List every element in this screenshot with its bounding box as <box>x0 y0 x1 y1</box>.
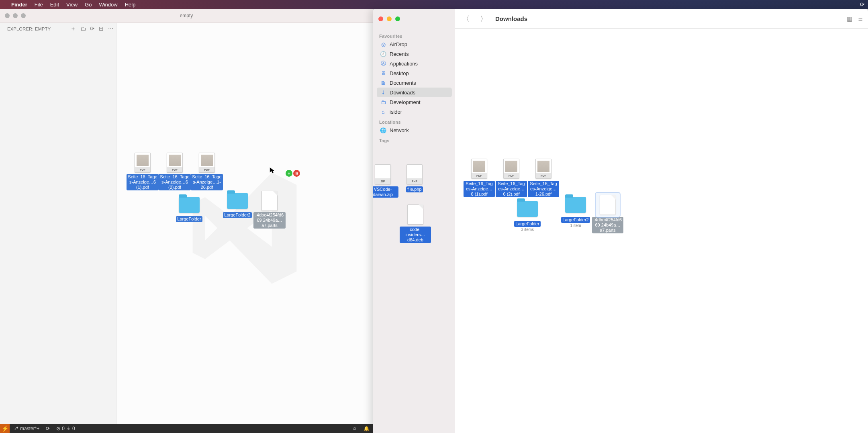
sidebar-item-label: Recents <box>390 51 409 57</box>
mac-menubar[interactable]: Finder File Edit View Go Window Help ⟳ <box>0 0 868 9</box>
file-label: Seite_16_Tages-Anzeige…6 (2).pdf <box>496 181 527 197</box>
sidebar-item-downloads[interactable]: ⭳Downloads <box>377 88 452 97</box>
more-icon[interactable]: ⋯ <box>108 25 114 33</box>
mac-app-name[interactable]: Finder <box>11 2 27 8</box>
finder-title: Downloads <box>495 15 527 22</box>
sync-icon: ⟳ <box>46 426 50 431</box>
vscode-statusbar[interactable]: ⚡ ⎇ master*+ ⟳ ⊘0 ⚠0 ☺ 🔔 <box>0 424 373 433</box>
pdf-icon: PDF <box>468 157 490 180</box>
minimize-icon[interactable] <box>387 16 392 21</box>
collapse-icon[interactable]: ⊟ <box>99 25 104 33</box>
desktop-icon: 🖥 <box>380 70 386 76</box>
file-item[interactable]: ZIP VSCode-darwin.zip <box>373 163 399 198</box>
sidebar-item-label: Downloads <box>390 90 415 96</box>
sidebar-section-locations: Locations <box>377 116 452 125</box>
folder-icon: 🗀 <box>380 99 386 105</box>
branch-icon: ⎇ <box>13 426 18 431</box>
git-branch[interactable]: ⎇ master*+ <box>10 426 43 431</box>
error-count: 0 <box>62 426 65 431</box>
folder-item[interactable]: LargeFolder2 1 item <box>560 194 592 228</box>
finder-sidebar[interactable]: Favourites ◎AirDrop 🕘Recents ⒶApplicatio… <box>373 29 455 433</box>
file-label: LargeFolder2 <box>561 217 590 223</box>
menu-view[interactable]: View <box>66 2 78 8</box>
blank-file-icon <box>404 203 427 226</box>
problems-status[interactable]: ⊘0 ⚠0 <box>53 426 78 431</box>
network-icon: 🌐 <box>380 127 386 133</box>
vscode-editor-area[interactable]: PDF Seite_16_Tages-Anzeige…6 (1).pdf PDF… <box>116 23 373 433</box>
sidebar-item-label: Applications <box>390 61 418 67</box>
file-subtitle: 1 item <box>570 223 581 228</box>
menu-go[interactable]: Go <box>85 2 92 8</box>
sidebar-item-desktop[interactable]: 🖥Desktop <box>377 68 452 78</box>
home-icon: ⌂ <box>380 108 386 115</box>
file-label: file.php <box>406 186 423 192</box>
sidebar-item-label: AirDrop <box>390 41 407 47</box>
file-label: Seite_16_Tages-Anzeige…6 (1).pdf <box>464 181 495 197</box>
zip-icon: ZIP <box>373 163 394 186</box>
explorer-actions: ＋ 🗀 ⟳ ⊟ ⋯ <box>70 25 114 33</box>
new-folder-icon[interactable]: 🗀 <box>80 25 86 33</box>
sidebar-item-label: Documents <box>390 80 416 86</box>
vscode-titlebar[interactable]: empty <box>0 9 373 23</box>
icon-view-icon[interactable]: ▦ <box>847 15 852 22</box>
menu-window[interactable]: Window <box>99 2 117 8</box>
explorer-title: EXPLORER: EMPTY <box>7 27 51 31</box>
new-file-icon[interactable]: ＋ <box>70 25 76 33</box>
recents-icon: 🕘 <box>380 51 386 57</box>
menubar-right[interactable]: ⟳ <box>860 0 865 9</box>
sidebar-item-airdrop[interactable]: ◎AirDrop <box>377 39 452 49</box>
pdf-icon: PDF <box>500 157 523 180</box>
file-item[interactable]: PDF Seite_16_Tages-Anzeige…1-26.pdf <box>527 157 560 197</box>
menu-help[interactable]: Help <box>125 2 136 8</box>
file-label: LargeFolder <box>514 221 540 227</box>
pdf-icon: PDF <box>532 157 555 180</box>
warning-icon: ⚠ <box>66 426 71 431</box>
git-sync[interactable]: ⟳ <box>43 426 53 431</box>
remote-indicator-icon[interactable]: ⚡ <box>0 424 10 433</box>
vscode-explorer-panel[interactable]: EXPLORER: EMPTY ＋ 🗀 ⟳ ⊟ ⋯ <box>0 23 116 433</box>
vscode-title: empty <box>0 13 373 18</box>
menu-file[interactable]: File <box>35 2 43 8</box>
folder-icon <box>516 198 539 220</box>
file-item[interactable]: code-insiders…d64.deb <box>399 203 431 243</box>
menu-edit[interactable]: Edit <box>50 2 59 8</box>
finder-content-area[interactable]: PDF Seite_16_Tages-Anzeige…6 (1).pdf PDF… <box>455 29 868 433</box>
file-item[interactable]: .4dbe4f254fd669 24b49a…a7.parts <box>592 194 624 233</box>
sidebar-section-favourites: Favourites <box>377 31 452 39</box>
sidebar-item-network[interactable]: 🌐Network <box>377 125 452 135</box>
view-switcher[interactable]: ▦ ≣ <box>847 15 863 22</box>
file-item[interactable]: PDF Seite_16_Tages-Anzeige…6 (1).pdf <box>463 157 495 197</box>
vscode-window: empty EXPLORER: EMPTY ＋ 🗀 ⟳ ⊟ ⋯ <box>0 9 373 433</box>
sidebar-item-documents[interactable]: 🗎Documents <box>377 78 452 88</box>
file-label: code-insiders…d64.deb <box>400 227 431 243</box>
sidebar-item-label: Desktop <box>390 70 409 76</box>
file-item[interactable]: PDF Seite_16_Tages-Anzeige…6 (2).pdf <box>495 157 527 197</box>
file-subtitle: 3 items <box>521 227 534 232</box>
folder-item[interactable]: LargeFolder 3 items <box>511 198 543 232</box>
file-label: VSCode-darwin.zip <box>373 186 398 198</box>
sidebar-item-development[interactable]: 🗀Development <box>377 97 452 107</box>
forward-button[interactable]: 〉 <box>478 12 490 25</box>
applications-icon: Ⓐ <box>380 60 386 67</box>
finder-traffic-lights[interactable] <box>373 9 455 29</box>
sidebar-item-label: Network <box>390 127 409 133</box>
downloads-icon: ⭳ <box>380 89 386 96</box>
file-label: .4dbe4f254fd669 24b49a…a7.parts <box>592 217 623 233</box>
bell-icon[interactable]: 🔔 <box>360 426 373 431</box>
folder-icon <box>564 194 587 216</box>
back-button[interactable]: 〈 <box>460 12 472 25</box>
finder-toolbar: 〈 〉 Downloads ▦ ≣ <box>455 9 868 29</box>
sidebar-item-label: isidor <box>390 109 402 115</box>
maximize-icon[interactable] <box>395 16 400 21</box>
sidebar-item-home[interactable]: ⌂isidor <box>377 107 452 116</box>
finder-window: 〈 〉 Downloads ▦ ≣ Favourites ◎AirDrop 🕘R… <box>373 9 868 433</box>
sidebar-item-recents[interactable]: 🕘Recents <box>377 49 452 59</box>
list-view-icon[interactable]: ≣ <box>858 15 863 22</box>
refresh-icon[interactable]: ⟳ <box>90 25 95 33</box>
close-icon[interactable] <box>378 16 383 21</box>
sidebar-item-applications[interactable]: ⒶApplications <box>377 59 452 68</box>
file-item[interactable]: PHP file.php <box>398 163 431 192</box>
blank-file-icon <box>596 194 619 216</box>
sidebar-section-tags: Tags <box>377 135 452 144</box>
feedback-icon[interactable]: ☺ <box>349 426 360 431</box>
